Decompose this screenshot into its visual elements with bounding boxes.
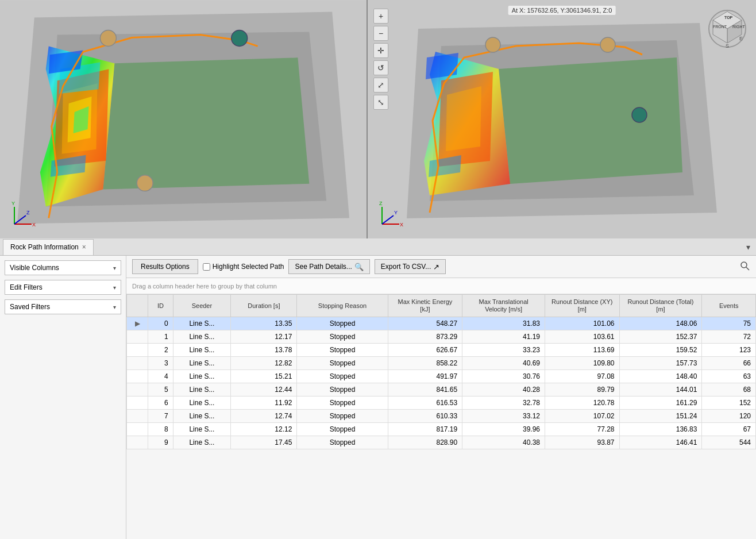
cell-max-kinetic: 873.29	[388, 330, 462, 344]
svg-point-48	[741, 262, 747, 268]
table-row[interactable]: 6Line S...11.92Stopped616.5332.78120.781…	[127, 396, 756, 410]
cell-stopping-reason: Stopped	[297, 370, 388, 383]
svg-text:Z: Z	[26, 210, 30, 215]
svg-text:E: E	[739, 36, 743, 41]
magnify-icon: 🔍	[354, 263, 364, 271]
right-viewport[interactable]: At X: 157632.65, Y:3061346.91, Z:0 + − ✛…	[368, 0, 756, 238]
cell-max-kinetic: 610.33	[388, 410, 462, 423]
svg-point-32	[632, 107, 647, 122]
results-table: ID Seeder Duration [s] Stopping Reason M…	[126, 294, 756, 449]
svg-text:RIGHT: RIGHT	[732, 25, 746, 29]
cell-stopping-reason: Stopped	[297, 357, 388, 370]
bottom-panel: Rock Path Information × ▾ Visible Column…	[0, 238, 756, 539]
row-expand-arrow	[127, 436, 148, 449]
table-row[interactable]: 2Line S...13.78Stopped626.6733.23113.691…	[127, 344, 756, 357]
cell-seeder: Line S...	[173, 330, 231, 344]
results-options-button[interactable]: Results Options	[132, 259, 198, 274]
cell-runout-total: 148.40	[619, 370, 702, 383]
cell-duration: 12.44	[231, 383, 297, 396]
col-max-velocity[interactable]: Max Translational Velocity [m/s]	[462, 295, 545, 317]
col-runout-xy[interactable]: Runout Distance (XY) [m]	[545, 295, 620, 317]
svg-point-12	[100, 30, 116, 46]
table-row[interactable]: ▶0Line S...13.35Stopped548.2731.83101.06…	[127, 317, 756, 330]
table-row[interactable]: 9Line S...17.45Stopped828.9040.3893.8714…	[127, 436, 756, 449]
cell-max-velocity: 33.12	[462, 410, 545, 423]
table-row[interactable]: 3Line S...12.82Stopped858.2240.69109.801…	[127, 357, 756, 370]
saved-filters-dropdown[interactable]: Saved Filters ▾	[5, 299, 121, 314]
svg-text:X: X	[400, 222, 403, 228]
cell-seeder: Line S...	[173, 317, 231, 330]
table-header-row: ID Seeder Duration [s] Stopping Reason M…	[127, 295, 756, 317]
cell-stopping-reason: Stopped	[297, 410, 388, 423]
cell-duration: 15.21	[231, 370, 297, 383]
cell-max-velocity: 40.69	[462, 357, 545, 370]
col-runout-total[interactable]: Runout Distance (Total) [m]	[619, 295, 702, 317]
table-row[interactable]: 1Line S...12.17Stopped873.2941.19103.611…	[127, 330, 756, 344]
cell-events: 544	[702, 436, 756, 449]
cell-runout-xy: 77.28	[545, 423, 620, 436]
col-duration[interactable]: Duration [s]	[231, 295, 297, 317]
svg-point-31	[600, 37, 615, 52]
edit-filters-dropdown[interactable]: Edit Filters ▾	[5, 280, 121, 295]
cell-duration: 11.92	[231, 396, 297, 410]
svg-text:X: X	[32, 222, 36, 228]
fit-small-btn[interactable]: ⤢	[373, 78, 388, 93]
col-seeder[interactable]: Seeder	[173, 295, 231, 317]
cell-runout-total: 146.41	[619, 436, 702, 449]
table-row[interactable]: 4Line S...15.21Stopped491.9730.7697.0814…	[127, 370, 756, 383]
cell-events: 75	[702, 317, 756, 330]
cell-max-velocity: 30.76	[462, 370, 545, 383]
table-row[interactable]: 5Line S...12.44Stopped841.6540.2889.7914…	[127, 383, 756, 396]
panel-dropdown-btn[interactable]: ▾	[746, 242, 750, 252]
cell-duration: 12.12	[231, 423, 297, 436]
search-icon[interactable]	[740, 261, 750, 273]
rock-path-tab[interactable]: Rock Path Information ×	[3, 239, 94, 255]
svg-point-30	[485, 37, 500, 52]
saved-filters-arrow: ▾	[113, 304, 116, 310]
col-id[interactable]: ID	[148, 295, 173, 317]
table-row[interactable]: 7Line S...12.74Stopped610.3333.12107.021…	[127, 410, 756, 423]
left-viewport[interactable]: X Y Z	[0, 0, 368, 238]
col-events[interactable]: Events	[702, 295, 756, 317]
col-max-kinetic[interactable]: Max Kinetic Energy [kJ]	[388, 295, 462, 317]
col-stopping-reason[interactable]: Stopping Reason	[297, 295, 388, 317]
highlight-checkbox-input[interactable]	[203, 263, 210, 271]
zoom-tools: + − ✛ ↺ ⤢ ⤡	[373, 9, 388, 110]
cell-id: 8	[148, 423, 173, 436]
table-row[interactable]: 8Line S...12.12Stopped817.1939.9677.2813…	[127, 423, 756, 436]
group-header-bar: Drag a column header here to group by th…	[126, 278, 756, 294]
path-details-button[interactable]: See Path Details... 🔍	[288, 259, 369, 274]
cell-seeder: Line S...	[173, 396, 231, 410]
cell-runout-total: 151.24	[619, 410, 702, 423]
visible-columns-dropdown[interactable]: Visible Columns ▾	[5, 260, 121, 275]
cell-max-velocity: 40.38	[462, 436, 545, 449]
visible-columns-arrow: ▾	[113, 265, 116, 271]
col-arrow	[127, 295, 148, 317]
row-expand-arrow	[127, 410, 148, 423]
cell-runout-total: 157.73	[619, 357, 702, 370]
panel-close-btn[interactable]: ×	[82, 243, 86, 251]
results-panel: Results Options Highlight Selected Path …	[126, 256, 756, 539]
data-table-wrapper[interactable]: ID Seeder Duration [s] Stopping Reason M…	[126, 294, 756, 539]
highlight-checkbox-label[interactable]: Highlight Selected Path	[203, 263, 284, 271]
cell-events: 120	[702, 410, 756, 423]
cell-max-velocity: 39.96	[462, 423, 545, 436]
svg-text:TOP: TOP	[724, 16, 733, 20]
svg-text:Z: Z	[379, 201, 383, 206]
zoom-out-btn[interactable]: −	[373, 26, 388, 41]
svg-text:S: S	[726, 43, 729, 49]
cell-runout-total: 152.37	[619, 330, 702, 344]
cell-max-kinetic: 616.53	[388, 396, 462, 410]
rotate-btn[interactable]: ↺	[373, 60, 388, 75]
zoom-in-btn[interactable]: +	[373, 9, 388, 24]
cell-duration: 12.74	[231, 410, 297, 423]
cell-seeder: Line S...	[173, 410, 231, 423]
fit-large-btn[interactable]: ⤡	[373, 95, 388, 110]
row-expand-arrow	[127, 330, 148, 344]
cell-runout-xy: 113.69	[545, 344, 620, 357]
svg-marker-3	[103, 57, 309, 189]
cell-seeder: Line S...	[173, 344, 231, 357]
pan-btn[interactable]: ✛	[373, 43, 388, 58]
export-csv-button[interactable]: Export To CSV... ↗	[375, 259, 446, 274]
cell-seeder: Line S...	[173, 383, 231, 396]
